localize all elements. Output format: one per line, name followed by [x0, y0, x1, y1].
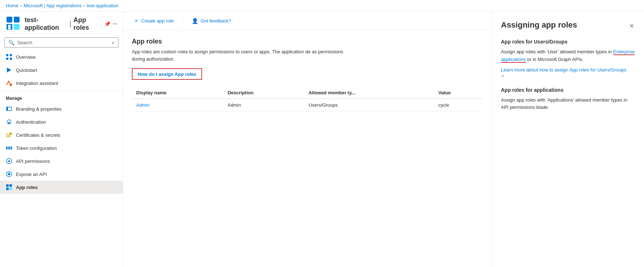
- toolbar-divider: [183, 17, 183, 25]
- feedback-label: Got feedback?: [201, 18, 231, 24]
- certs-icon: [6, 132, 12, 138]
- breadcrumb-sep2: ›: [83, 3, 85, 8]
- nav-integration-label: Integration assistant: [16, 81, 58, 86]
- assign-link-box: How do I assign App roles: [132, 68, 202, 80]
- svg-rect-25: [9, 184, 12, 187]
- col-description: Description: [223, 87, 304, 99]
- cell-value: cycle: [434, 99, 483, 111]
- create-plus-icon: ＋: [133, 17, 139, 25]
- nav-branding[interactable]: Branding & properties: [0, 102, 123, 115]
- svg-point-17: [10, 132, 12, 135]
- external-link-icon: ↗: [501, 74, 504, 78]
- nav-token-label: Token configuration: [16, 145, 57, 151]
- nav-app-roles-label: App roles: [16, 185, 38, 190]
- nav-authentication[interactable]: Authentication: [0, 115, 123, 128]
- svg-point-4: [8, 25, 11, 28]
- svg-rect-1: [14, 17, 20, 22]
- svg-marker-10: [7, 67, 11, 73]
- content-description: App roles are custom roles to assign per…: [132, 48, 349, 62]
- col-value: Value: [434, 87, 483, 99]
- table-row: AdminAdminUsers/Groupscycle: [132, 99, 483, 111]
- collapse-icon[interactable]: «: [112, 40, 114, 45]
- svg-rect-6: [6, 54, 8, 56]
- panel-close-button[interactable]: ×: [628, 20, 635, 32]
- panel-applications-text: Assign app roles with 'Applications' all…: [501, 96, 635, 112]
- app-icon: [6, 16, 20, 32]
- nav-overview[interactable]: Overview: [0, 50, 123, 63]
- api-perm-icon: [6, 158, 12, 164]
- nav-certificates[interactable]: Certificates & secrets: [0, 128, 123, 141]
- svg-point-23: [8, 173, 10, 175]
- svg-rect-19: [8, 147, 10, 149]
- pin-icon[interactable]: 📌: [104, 21, 110, 27]
- title-separator: |: [70, 20, 71, 28]
- sidebar: test-application | App roles 📌 ··· 🔍 « O…: [0, 12, 123, 267]
- col-allowed-member: Allowed member ty...: [304, 87, 434, 99]
- panel-header: Assigning app roles ×: [501, 20, 635, 32]
- breadcrumb-sep1: ›: [20, 3, 22, 8]
- app-roles-table: Display name Description Allowed member …: [132, 87, 483, 111]
- nav-api-permissions[interactable]: API permissions: [0, 155, 123, 168]
- search-container: 🔍 «: [4, 37, 118, 48]
- nav-branding-label: Branding & properties: [16, 106, 62, 112]
- expose-icon: [6, 171, 12, 177]
- token-icon: [6, 145, 12, 151]
- main-content: App roles App roles are custom roles to …: [123, 30, 492, 267]
- svg-rect-24: [6, 184, 9, 187]
- nav-app-roles[interactable]: App roles: [0, 181, 123, 194]
- feedback-icon: 👤: [192, 18, 198, 24]
- svg-rect-7: [10, 54, 12, 56]
- panel-users-groups-text: Assign app roles with 'User' allowed mem…: [501, 48, 635, 63]
- svg-rect-5: [8, 28, 11, 29]
- more-icon[interactable]: ···: [113, 21, 117, 27]
- app-name: test-application: [25, 16, 67, 32]
- search-icon: 🔍: [8, 40, 14, 45]
- cell-display-name[interactable]: Admin: [132, 99, 223, 111]
- breadcrumb: Home › Microsoft | App registrations › t…: [0, 0, 644, 12]
- nav-quickstart[interactable]: Quickstart: [0, 63, 123, 77]
- table-header-row: Display name Description Allowed member …: [132, 87, 483, 99]
- branding-icon: [6, 106, 12, 112]
- sidebar-app-header: test-application | App roles 📌 ···: [0, 12, 123, 34]
- auth-icon: [6, 119, 12, 125]
- svg-rect-13: [7, 107, 8, 111]
- quickstart-icon: [6, 67, 12, 73]
- svg-rect-18: [6, 147, 8, 149]
- svg-rect-9: [10, 58, 12, 60]
- svg-rect-26: [6, 188, 9, 190]
- nav-divider: [0, 91, 123, 91]
- panel-section-applications: App roles for applications Assign app ro…: [501, 87, 635, 112]
- app-title: test-application | App roles 📌 ···: [25, 16, 117, 32]
- svg-rect-0: [7, 17, 12, 22]
- feedback-button[interactable]: 👤 Got feedback?: [189, 16, 234, 26]
- search-input[interactable]: [17, 40, 109, 45]
- approles-icon: [6, 184, 12, 190]
- app-title-block: test-application | App roles 📌 ···: [25, 16, 117, 32]
- panel-text-before: Assign app roles with 'User' allowed mem…: [501, 49, 613, 54]
- cell-allowed-member: Users/Groups: [304, 99, 434, 111]
- nav-integration[interactable]: Integration assistant: [0, 77, 123, 90]
- overview-icon: [6, 54, 12, 60]
- cell-description: Admin: [223, 99, 304, 111]
- panel-section-applications-title: App roles for applications: [501, 87, 635, 93]
- integration-icon: [6, 80, 12, 86]
- panel-text-after: or in Microsoft Graph APIs.: [526, 57, 584, 62]
- svg-rect-8: [6, 58, 8, 60]
- svg-point-15: [9, 123, 9, 124]
- learn-more-link[interactable]: Learn more about how to assign App roles…: [501, 67, 635, 73]
- breadcrumb-app-registrations[interactable]: Microsoft | App registrations: [24, 3, 81, 8]
- panel-section-users-groups-title: App roles for Users/Groups: [501, 39, 635, 45]
- nav-token[interactable]: Token configuration: [0, 141, 123, 155]
- svg-rect-3: [14, 24, 20, 30]
- nav-certificates-label: Certificates & secrets: [16, 132, 60, 138]
- create-app-role-button[interactable]: ＋ Create app role: [130, 15, 177, 26]
- manage-section-label: Manage: [0, 93, 123, 102]
- svg-rect-20: [11, 147, 12, 149]
- nav-api-permissions-label: API permissions: [16, 159, 50, 164]
- breadcrumb-home[interactable]: Home: [6, 3, 18, 8]
- nav-overview-label: Overview: [16, 54, 35, 60]
- col-display-name: Display name: [132, 87, 223, 99]
- nav-expose-api[interactable]: Expose an API: [0, 168, 123, 181]
- assign-link[interactable]: How do I assign App roles: [138, 71, 196, 77]
- toolbar: ＋ Create app role 👤 Got feedback?: [123, 12, 492, 30]
